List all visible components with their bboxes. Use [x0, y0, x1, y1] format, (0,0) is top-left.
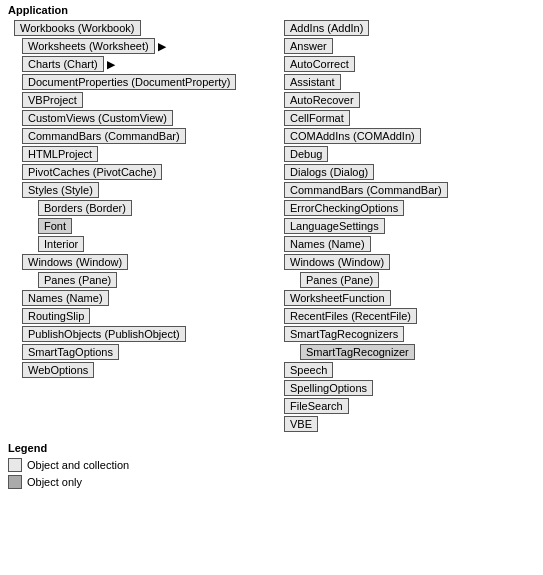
- left-tree-item: Names (Name): [6, 290, 276, 306]
- left-tree-item: Styles (Style): [6, 182, 276, 198]
- node-label: CustomViews (CustomView): [22, 110, 173, 126]
- right-tree-item: SpellingOptions: [284, 380, 536, 396]
- node-label: Borders (Border): [38, 200, 132, 216]
- node-label: Answer: [284, 38, 333, 54]
- left-tree-item: Windows (Window): [6, 254, 276, 270]
- app-title: Application: [6, 4, 537, 16]
- right-tree-item: Windows (Window): [284, 254, 536, 270]
- left-tree-item: Borders (Border): [6, 200, 276, 216]
- node-label: AutoCorrect: [284, 56, 355, 72]
- right-column: AddIns (AddIn)AnswerAutoCorrectAssistant…: [276, 20, 536, 434]
- node-label: Charts (Chart): [22, 56, 104, 72]
- node-label: Panes (Pane): [38, 272, 117, 288]
- node-label: Windows (Window): [22, 254, 128, 270]
- node-label: Font: [38, 218, 72, 234]
- right-tree-item: WorksheetFunction: [284, 290, 536, 306]
- legend-section: Legend Object and collectionObject only: [6, 442, 537, 489]
- node-label: Names (Name): [284, 236, 371, 252]
- left-tree-item: HTMLProject: [6, 146, 276, 162]
- legend-label: Object only: [27, 476, 82, 488]
- node-label: Dialogs (Dialog): [284, 164, 374, 180]
- node-label: SmartTagRecognizer: [300, 344, 415, 360]
- right-tree-item: Speech: [284, 362, 536, 378]
- left-tree-item: Workbooks (Workbook): [6, 20, 276, 36]
- legend-label: Object and collection: [27, 459, 129, 471]
- left-tree-item: CustomViews (CustomView): [6, 110, 276, 126]
- left-tree-item: Panes (Pane): [6, 272, 276, 288]
- legend-box-icon: [8, 458, 22, 472]
- left-tree-item: Interior: [6, 236, 276, 252]
- right-tree-item: Assistant: [284, 74, 536, 90]
- node-label: Windows (Window): [284, 254, 390, 270]
- left-tree-item: PivotCaches (PivotCache): [6, 164, 276, 180]
- right-tree-item: SmartTagRecognizer: [284, 344, 536, 360]
- node-label: RoutingSlip: [22, 308, 90, 324]
- node-label: CommandBars (CommandBar): [22, 128, 186, 144]
- right-tree-item: ErrorCheckingOptions: [284, 200, 536, 216]
- node-label: AddIns (AddIn): [284, 20, 369, 36]
- left-tree-item: WebOptions: [6, 362, 276, 378]
- node-label: CellFormat: [284, 110, 350, 126]
- right-tree-item: LanguageSettings: [284, 218, 536, 234]
- right-tree-item: CommandBars (CommandBar): [284, 182, 536, 198]
- right-tree-item: Debug: [284, 146, 536, 162]
- node-label: Speech: [284, 362, 333, 378]
- node-label: Styles (Style): [22, 182, 99, 198]
- node-label: Debug: [284, 146, 328, 162]
- node-label: ErrorCheckingOptions: [284, 200, 404, 216]
- node-label: VBProject: [22, 92, 83, 108]
- right-tree-item: Answer: [284, 38, 536, 54]
- left-tree-item: DocumentProperties (DocumentProperty): [6, 74, 276, 90]
- node-label: SmartTagOptions: [22, 344, 119, 360]
- main-container: Application Workbooks (Workbook)Workshee…: [0, 0, 543, 496]
- right-tree-item: SmartTagRecognizers: [284, 326, 536, 342]
- node-label: DocumentProperties (DocumentProperty): [22, 74, 236, 90]
- legend-item: Object only: [8, 475, 537, 489]
- left-tree-item: Font: [6, 218, 276, 234]
- left-tree-item: CommandBars (CommandBar): [6, 128, 276, 144]
- right-tree-item: Panes (Pane): [284, 272, 536, 288]
- node-label: Interior: [38, 236, 84, 252]
- legend-title: Legend: [8, 442, 537, 454]
- right-tree-item: FileSearch: [284, 398, 536, 414]
- node-label: WebOptions: [22, 362, 94, 378]
- left-column: Workbooks (Workbook)Worksheets (Workshee…: [6, 20, 276, 380]
- node-label: SpellingOptions: [284, 380, 373, 396]
- node-label: AutoRecover: [284, 92, 360, 108]
- right-tree-item: AddIns (AddIn): [284, 20, 536, 36]
- right-tree-item: AutoCorrect: [284, 56, 536, 72]
- node-label: CommandBars (CommandBar): [284, 182, 448, 198]
- arrow-icon: ▶: [107, 59, 115, 70]
- right-tree-item: VBE: [284, 416, 536, 432]
- right-tree-item: Dialogs (Dialog): [284, 164, 536, 180]
- node-label: Assistant: [284, 74, 341, 90]
- node-label: Panes (Pane): [300, 272, 379, 288]
- legend-box-icon: [8, 475, 22, 489]
- left-tree-item: Charts (Chart)▶: [6, 56, 276, 72]
- node-label: RecentFiles (RecentFile): [284, 308, 417, 324]
- node-label: Names (Name): [22, 290, 109, 306]
- right-tree-item: COMAddIns (COMAddIn): [284, 128, 536, 144]
- left-tree-item: PublishObjects (PublishObject): [6, 326, 276, 342]
- node-label: VBE: [284, 416, 318, 432]
- left-tree-item: Worksheets (Worksheet)▶: [6, 38, 276, 54]
- node-label: COMAddIns (COMAddIn): [284, 128, 421, 144]
- node-label: PivotCaches (PivotCache): [22, 164, 162, 180]
- node-label: HTMLProject: [22, 146, 98, 162]
- node-label: PublishObjects (PublishObject): [22, 326, 186, 342]
- left-tree-item: RoutingSlip: [6, 308, 276, 324]
- node-label: FileSearch: [284, 398, 349, 414]
- node-label: SmartTagRecognizers: [284, 326, 404, 342]
- node-label: Worksheets (Worksheet): [22, 38, 155, 54]
- right-tree-item: CellFormat: [284, 110, 536, 126]
- right-tree-item: Names (Name): [284, 236, 536, 252]
- left-tree-item: VBProject: [6, 92, 276, 108]
- columns-wrapper: Workbooks (Workbook)Worksheets (Workshee…: [6, 20, 537, 434]
- right-tree-item: RecentFiles (RecentFile): [284, 308, 536, 324]
- node-label: LanguageSettings: [284, 218, 385, 234]
- arrow-icon: ▶: [158, 41, 166, 52]
- node-label: Workbooks (Workbook): [14, 20, 141, 36]
- node-label: WorksheetFunction: [284, 290, 391, 306]
- right-tree-item: AutoRecover: [284, 92, 536, 108]
- left-tree-item: SmartTagOptions: [6, 344, 276, 360]
